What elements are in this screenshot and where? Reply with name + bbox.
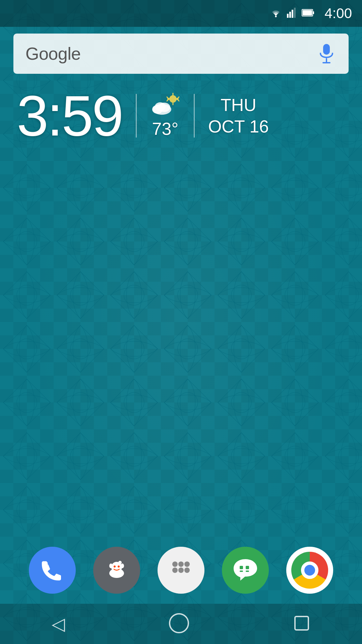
date-date: OCT 16	[208, 116, 269, 137]
svg-point-34	[178, 561, 184, 567]
svg-point-33	[172, 561, 178, 567]
chrome-inner-circle	[301, 561, 318, 579]
phone-app-icon[interactable]	[29, 547, 76, 594]
clock-display: 3:59	[17, 87, 122, 144]
weather-temperature: 73°	[152, 119, 179, 139]
svg-point-38	[184, 568, 190, 573]
status-bar: 4:00	[0, 0, 362, 27]
svg-rect-7	[303, 10, 312, 15]
status-time: 4:00	[324, 5, 352, 21]
svg-rect-42	[246, 571, 249, 572]
clock-weather-widget: 3:59	[17, 87, 345, 144]
svg-point-19	[169, 95, 177, 103]
back-button[interactable]: ◁	[52, 614, 65, 634]
widget-divider-2	[194, 94, 195, 138]
svg-point-43	[170, 614, 188, 633]
svg-rect-3	[292, 10, 293, 18]
svg-point-0	[275, 16, 277, 17]
nav-bar: ◁	[0, 604, 362, 644]
svg-point-30	[121, 564, 124, 568]
svg-point-27	[114, 566, 116, 568]
widget-divider-1	[136, 94, 137, 138]
svg-rect-6	[313, 11, 314, 14]
search-bar-label[interactable]: Google	[25, 44, 316, 64]
wifi-icon	[269, 8, 282, 19]
app-dock	[0, 537, 362, 604]
svg-rect-8	[323, 44, 330, 55]
home-button[interactable]	[169, 613, 189, 635]
hangouts-app-icon[interactable]	[222, 547, 269, 594]
svg-rect-4	[294, 8, 296, 18]
chrome-outer-ring	[291, 552, 328, 589]
svg-rect-44	[295, 616, 308, 630]
svg-rect-1	[287, 14, 289, 18]
svg-point-23	[155, 102, 166, 111]
weather-icon	[150, 93, 180, 116]
status-icons: 4:00	[269, 5, 352, 21]
svg-point-36	[172, 568, 178, 573]
svg-rect-2	[289, 12, 291, 18]
weather-section: 73°	[150, 93, 180, 139]
recents-button[interactable]	[293, 614, 310, 633]
chrome-app-icon[interactable]	[286, 547, 333, 594]
svg-point-37	[178, 568, 184, 573]
svg-rect-39	[240, 566, 243, 569]
svg-rect-41	[246, 566, 249, 569]
reddit-app-icon[interactable]	[93, 547, 140, 594]
svg-point-28	[118, 566, 120, 568]
signal-icon	[287, 8, 297, 19]
mic-icon[interactable]	[316, 44, 337, 64]
svg-point-35	[184, 561, 190, 567]
date-section: THU OCT 16	[208, 95, 269, 137]
svg-rect-40	[240, 571, 243, 572]
svg-point-29	[109, 564, 113, 568]
battery-icon	[302, 8, 314, 18]
app-drawer-icon[interactable]	[158, 547, 204, 594]
date-day: THU	[221, 95, 256, 115]
google-search-bar[interactable]: Google	[13, 34, 349, 74]
